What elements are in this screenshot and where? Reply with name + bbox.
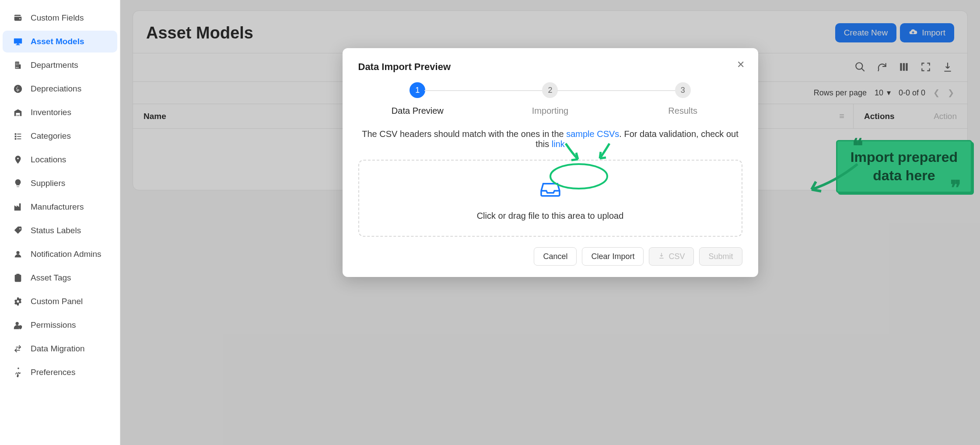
sidebar-item-label: Custom Fields <box>31 13 84 23</box>
sidebar-item-label: Inventories <box>31 108 71 117</box>
sidebar-item-inventories[interactable]: Inventories <box>3 102 117 123</box>
button-label: Clear Import <box>591 252 634 261</box>
step-label: Importing <box>532 106 568 116</box>
sidebar-item-label: Permissions <box>31 320 76 330</box>
sidebar-item-permissions[interactable]: Permissions <box>3 314 117 336</box>
tag-icon <box>12 225 24 236</box>
sidebar-item-manufacturers[interactable]: Manufacturers <box>3 196 117 218</box>
helper-text: The CSV headers should match with the on… <box>358 129 742 149</box>
validation-link[interactable]: link <box>552 139 565 149</box>
sidebar-item-label: Locations <box>31 155 66 165</box>
sidebar-item-custom-panel[interactable]: Custom Panel <box>3 291 117 312</box>
csv-button[interactable]: CSV <box>649 247 694 266</box>
main-content: Asset Models Create New Import <box>120 0 980 445</box>
sidebar-item-label: Custom Panel <box>31 297 83 306</box>
close-icon: ✕ <box>737 59 745 70</box>
button-label: Submit <box>708 252 733 261</box>
step-number: 2 <box>542 82 558 98</box>
modal-title: Data Import Preview <box>358 61 742 73</box>
user-shield-icon <box>12 319 24 331</box>
step-importing: 2 Importing <box>491 82 610 116</box>
sidebar-item-label: Suppliers <box>31 179 65 188</box>
step-label: Data Preview <box>392 106 444 116</box>
sidebar-item-categories[interactable]: Categories <box>3 125 117 147</box>
sidebar-item-label: Data Migration <box>31 344 85 354</box>
step-number: 1 <box>410 82 425 98</box>
import-stepper: 1 Data Preview 2 Importing 3 Results <box>358 82 742 116</box>
button-label: CSV <box>668 252 685 261</box>
step-number: 3 <box>675 82 691 98</box>
sidebar-item-suppliers[interactable]: Suppliers <box>3 172 117 194</box>
wallet-icon <box>12 12 24 24</box>
dollar-icon <box>12 83 24 95</box>
sidebar-item-data-migration[interactable]: Data Migration <box>3 338 117 360</box>
swap-icon <box>12 343 24 354</box>
modal-close-button[interactable]: ✕ <box>734 58 748 72</box>
cancel-button[interactable]: Cancel <box>534 247 577 266</box>
sidebar-item-preferences[interactable]: Preferences <box>3 361 117 383</box>
sidebar-item-locations[interactable]: Locations <box>3 149 117 171</box>
bulb-icon <box>12 178 24 189</box>
sidebar-item-label: Status Labels <box>31 226 81 235</box>
clear-import-button[interactable]: Clear Import <box>582 247 644 266</box>
run-icon <box>12 367 24 378</box>
submit-button[interactable]: Submit <box>699 247 742 266</box>
svg-point-0 <box>14 85 22 93</box>
warehouse-icon <box>12 107 24 118</box>
sidebar: Custom Fields Asset Models Departments D… <box>0 0 120 445</box>
download-small-icon <box>658 252 665 261</box>
helper-prefix: The CSV headers should match with the on… <box>362 129 566 139</box>
sidebar-item-label: Departments <box>31 60 78 70</box>
step-data-preview: 1 Data Preview <box>358 82 477 116</box>
sidebar-item-label: Asset Tags <box>31 273 71 283</box>
button-label: Cancel <box>543 252 567 261</box>
import-modal: Data Import Preview ✕ 1 Data Preview 2 I… <box>343 48 758 277</box>
step-label: Results <box>668 106 697 116</box>
sidebar-item-asset-tags[interactable]: Asset Tags <box>3 267 117 289</box>
upload-dropzone[interactable]: Click or drag file to this area to uploa… <box>358 160 742 237</box>
monitor-icon <box>12 36 24 47</box>
sidebar-item-custom-fields[interactable]: Custom Fields <box>3 7 117 29</box>
dropzone-text: Click or drag file to this area to uploa… <box>477 211 624 221</box>
sidebar-item-label: Notification Admins <box>31 249 102 259</box>
gears-icon <box>12 296 24 307</box>
user-icon <box>12 249 24 260</box>
sidebar-item-label: Categories <box>31 131 71 141</box>
sidebar-item-label: Manufacturers <box>31 202 84 212</box>
sidebar-item-asset-models[interactable]: Asset Models <box>3 31 117 53</box>
sidebar-item-depreciations[interactable]: Depreciations <box>3 78 117 100</box>
sidebar-item-label: Depreciations <box>31 84 81 94</box>
modal-overlay: Data Import Preview ✕ 1 Data Preview 2 I… <box>120 0 980 445</box>
sidebar-item-departments[interactable]: Departments <box>3 54 117 76</box>
clipboard-icon <box>12 272 24 284</box>
sidebar-item-notification-admins[interactable]: Notification Admins <box>3 243 117 265</box>
sample-csvs-link[interactable]: sample CSVs <box>566 129 619 139</box>
list-icon <box>12 130 24 142</box>
factory-icon <box>12 201 24 213</box>
inbox-icon <box>538 175 563 202</box>
step-results: 3 Results <box>623 82 742 116</box>
sidebar-item-label: Asset Models <box>31 37 84 46</box>
sidebar-item-status-labels[interactable]: Status Labels <box>3 220 117 242</box>
sidebar-item-label: Preferences <box>31 368 75 377</box>
building-icon <box>12 60 24 71</box>
map-pin-icon <box>12 154 24 165</box>
